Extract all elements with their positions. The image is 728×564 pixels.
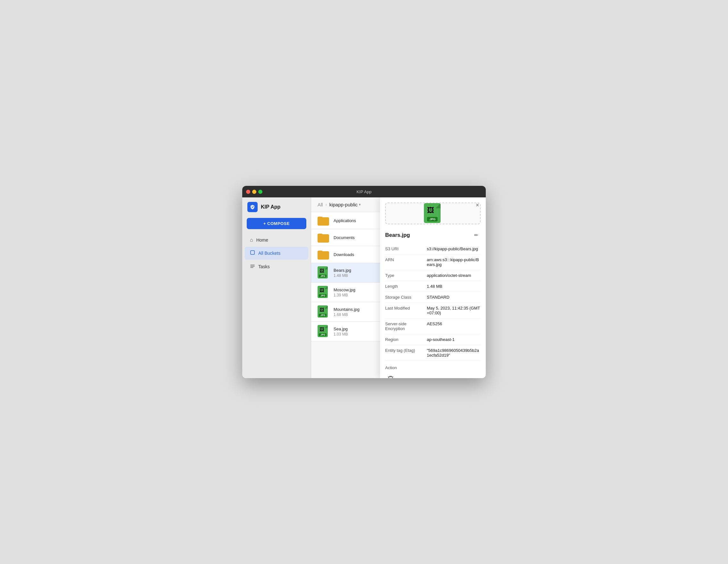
detail-value: STANDARD (427, 295, 481, 300)
sidebar-item-all-buckets-label: All Buckets (258, 251, 280, 256)
detail-label: ARN (385, 257, 427, 267)
jpg-file-icon: 🖼 .JPG (318, 266, 329, 279)
detail-row-type: Type application/octet-stream (385, 270, 481, 281)
detail-table: S3 URI s3://kipapp-public/Bears.jpg ARN … (380, 244, 486, 361)
close-button[interactable] (246, 190, 250, 194)
detail-label: Region (385, 337, 427, 342)
home-icon: ⌂ (250, 237, 253, 243)
maximize-button[interactable] (258, 190, 262, 194)
sidebar-item-home[interactable]: ⌂ Home (245, 234, 308, 246)
detail-value: "569a1c98696050439b5b2a1ecfa52d19" (427, 348, 481, 358)
sidebar-item-tasks[interactable]: Tasks (245, 260, 308, 273)
traffic-lights (246, 190, 262, 194)
detail-header: Bears.jpg ✏ (380, 228, 486, 244)
detail-label: Server-side Encryption (385, 321, 427, 331)
app-name: KIP App (261, 204, 280, 210)
app-header: KIP App (242, 197, 311, 217)
detail-value: ap-southeast-1 (427, 337, 481, 342)
detail-action-label: Action (385, 365, 481, 370)
jpg-file-icon: 🖼 .JPG (318, 286, 329, 299)
detail-row-arn: ARN arn:aws:s3:::kipapp-public/Bears.jpg (385, 254, 481, 270)
preview-file-icon: 🖼 .JPG (424, 203, 442, 224)
trash-icon (388, 376, 393, 378)
detail-value: May 5, 2023, 11:42:35 (GMT+07:00) (427, 306, 481, 315)
minimize-button[interactable] (252, 190, 256, 194)
detail-row-last-modified: Last Modified May 5, 2023, 11:42:35 (GMT… (385, 303, 481, 319)
dropdown-chevron-icon: ▾ (359, 203, 361, 207)
detail-value: s3://kipapp-public/Bears.jpg (427, 246, 481, 251)
app-body: KIP App + COMPOSE ⌂ Home All Buckets (242, 197, 486, 378)
jpg-file-icon: 🖼 .JPG (318, 325, 329, 338)
detail-label: Length (385, 284, 427, 289)
detail-row-encryption: Server-side Encryption AES256 (385, 319, 481, 334)
bucket-icon (250, 250, 255, 256)
left-panel: KIP App + COMPOSE ⌂ Home All Buckets (242, 197, 311, 378)
sidebar-item-home-label: Home (256, 237, 268, 243)
folder-icon (318, 232, 329, 243)
detail-value: AES256 (427, 321, 481, 331)
detail-value: 1.48 MB (427, 284, 481, 289)
folder-icon (318, 249, 329, 260)
folder-icon (318, 215, 329, 226)
detail-close-button[interactable]: × (474, 201, 481, 209)
detail-row-storage-class: Storage Class STANDARD (385, 292, 481, 303)
detail-value: application/octet-stream (427, 273, 481, 278)
detail-label: S3 URI (385, 246, 427, 251)
detail-filename: Bears.jpg (385, 232, 410, 238)
detail-preview: 🖼 .JPG (385, 203, 481, 224)
main-content: All › kipapp-public ▾ Applications (311, 197, 486, 378)
detail-label: Storage Class (385, 295, 427, 300)
detail-row-region: Region ap-southeast-1 (385, 334, 481, 345)
detail-row-etag: Entity tag (Etag) "569a1c98696050439b5b2… (385, 345, 481, 361)
detail-label: Last Modified (385, 306, 427, 315)
jpg-file-icon: 🖼 .JPG (318, 305, 329, 318)
detail-value: arn:aws:s3:::kipapp-public/Bears.jpg (427, 257, 481, 267)
app-window: KIP App KIP App + COMPOSE ⌂ Home (242, 186, 486, 378)
detail-label: Type (385, 273, 427, 278)
app-logo (247, 202, 258, 212)
detail-label: Entity tag (Etag) (385, 348, 427, 358)
compose-button[interactable]: + COMPOSE (247, 218, 306, 229)
sidebar-item-all-buckets[interactable]: All Buckets (245, 247, 308, 260)
detail-panel: × 🖼 .JPG Bears.jpg ✏ (380, 197, 486, 378)
svg-rect-0 (251, 251, 254, 254)
detail-row-s3uri: S3 URI s3://kipapp-public/Bears.jpg (385, 244, 481, 254)
breadcrumb-root[interactable]: All (318, 202, 323, 207)
breadcrumb-separator: › (326, 203, 327, 207)
detail-edit-button[interactable]: ✏ (472, 231, 481, 240)
window-title: KIP App (357, 189, 372, 194)
title-bar: KIP App (242, 186, 486, 197)
tasks-icon (250, 263, 255, 270)
sidebar-item-tasks-label: Tasks (258, 264, 270, 269)
breadcrumb-current[interactable]: kipapp-public ▾ (329, 202, 361, 207)
detail-row-length: Length 1.48 MB (385, 281, 481, 292)
detail-action: Action (380, 361, 486, 378)
delete-button[interactable] (385, 373, 396, 378)
